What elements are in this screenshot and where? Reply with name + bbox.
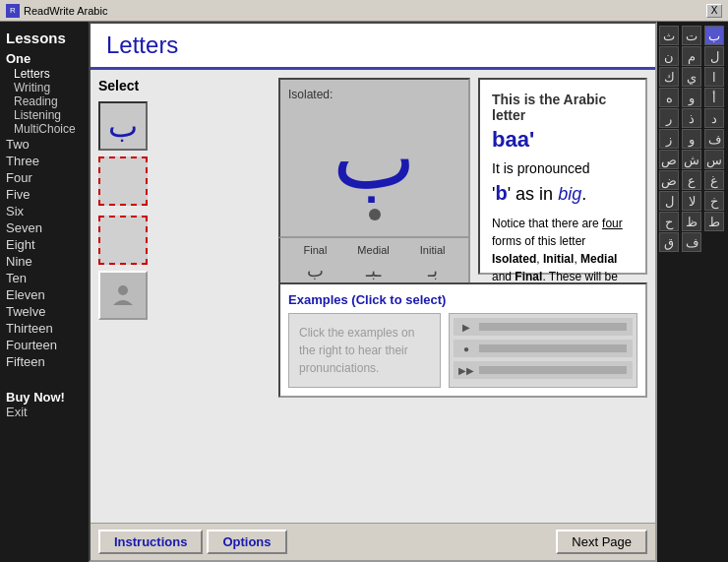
arabic-key-و[interactable]: و bbox=[682, 88, 701, 107]
arabic-key-ف[interactable]: ف bbox=[704, 129, 724, 149]
arabic-key-ح[interactable]: ح bbox=[659, 212, 679, 231]
dot-icon: ● bbox=[459, 342, 473, 355]
info-sound-letter: b bbox=[495, 182, 507, 204]
arabic-key-ن[interactable]: ن bbox=[659, 46, 679, 66]
arabic-key-أ[interactable]: أ bbox=[704, 88, 724, 107]
close-button[interactable]: X bbox=[706, 4, 722, 18]
next-page-button[interactable]: Next Page bbox=[556, 530, 647, 554]
sidebar-item-six[interactable]: Six bbox=[6, 203, 83, 219]
sidebar-title: Lessons bbox=[6, 30, 83, 46]
sidebar-item-fifteen[interactable]: Fifteen bbox=[6, 353, 83, 370]
sidebar-item-two[interactable]: Two bbox=[6, 136, 83, 153]
arabic-key-ب[interactable]: ب bbox=[704, 26, 724, 45]
arabic-key-ذ[interactable]: ذ bbox=[682, 108, 701, 128]
main-content: Letters Select ب bbox=[89, 22, 657, 562]
form-medial-label: Medial bbox=[357, 244, 389, 256]
examples-placeholder: Click the examples on the right to hear … bbox=[288, 313, 441, 388]
example-row-1[interactable]: ▶ bbox=[454, 318, 633, 336]
arabic-key-و2[interactable]: و bbox=[682, 129, 701, 149]
example-bar-1 bbox=[479, 323, 627, 331]
sidebar-item-four[interactable]: Four bbox=[6, 169, 83, 186]
sidebar-sub-writing[interactable]: Writing bbox=[6, 81, 83, 94]
sidebar-item-one[interactable]: One bbox=[6, 50, 83, 67]
isolated-letter: ب bbox=[333, 105, 416, 209]
arabic-key-د[interactable]: د bbox=[704, 108, 724, 128]
arabic-key-ض[interactable]: ض bbox=[659, 170, 679, 190]
info-sound: 'b' as in big. bbox=[492, 182, 634, 205]
sidebar-item-fourteen[interactable]: Fourteen bbox=[6, 337, 83, 353]
arabic-key-غ[interactable]: غ bbox=[704, 170, 724, 190]
arabic-key-ظ[interactable]: ظ bbox=[682, 212, 701, 231]
form-final-label: Final bbox=[304, 244, 328, 256]
sidebar-item-eleven[interactable]: Eleven bbox=[6, 286, 83, 303]
sidebar-sub-letters[interactable]: Letters bbox=[6, 67, 83, 81]
arabic-key-م[interactable]: م bbox=[682, 46, 701, 66]
arabic-key-ش[interactable]: ش bbox=[682, 150, 701, 169]
letter-buttons: ب bbox=[98, 101, 271, 320]
arabic-key-ف2[interactable]: ف bbox=[682, 232, 701, 252]
arabic-key-ه[interactable]: ه bbox=[659, 88, 679, 107]
example-row-2[interactable]: ● bbox=[454, 340, 633, 357]
arabic-key-ث[interactable]: ث bbox=[659, 26, 679, 45]
example-row-3[interactable]: ▶▶ bbox=[454, 361, 633, 379]
arabic-key-ت[interactable]: ت bbox=[682, 26, 701, 45]
letter-btn-3[interactable] bbox=[98, 216, 148, 265]
letter-btn-1[interactable]: ب bbox=[98, 101, 148, 151]
app-icon: R bbox=[6, 4, 20, 18]
buy-now-button[interactable]: Buy Now! bbox=[6, 390, 83, 405]
arabic-key-ص[interactable]: ص bbox=[659, 150, 679, 169]
arabic-key-ك[interactable]: ك bbox=[659, 67, 679, 87]
sidebar-item-thirteen[interactable]: Thirteen bbox=[6, 320, 83, 337]
arabic-key-ل2[interactable]: ل bbox=[659, 191, 679, 211]
info-box: This is the Arabic letter baa' It is pro… bbox=[478, 78, 647, 275]
title-bar-text: ReadWrite Arabic bbox=[24, 5, 107, 17]
arabic-key-لا[interactable]: لا bbox=[682, 191, 701, 211]
examples-title: Examples (Click to select) bbox=[288, 292, 637, 307]
arabic-key-ط2[interactable]: ط bbox=[704, 212, 724, 231]
sidebar-sub-listening[interactable]: Listening bbox=[6, 108, 83, 122]
sidebar-item-twelve[interactable]: Twelve bbox=[6, 303, 83, 320]
isolated-section: Isolated: ب Final ب bbox=[278, 78, 470, 275]
form-final[interactable]: Final ب bbox=[304, 244, 328, 281]
letter-btn-4[interactable] bbox=[98, 271, 148, 320]
sidebar: Lessons One Letters Writing Reading List… bbox=[0, 22, 89, 562]
letter-btn-2[interactable] bbox=[98, 156, 148, 206]
arabic-key-خ[interactable]: خ bbox=[704, 191, 724, 211]
sidebar-item-seven[interactable]: Seven bbox=[6, 219, 83, 236]
forward-icon: ▶▶ bbox=[459, 363, 473, 377]
examples-box: Examples (Click to select) Click the exa… bbox=[278, 282, 647, 398]
isolated-dot bbox=[369, 209, 381, 220]
form-final-letter: ب bbox=[307, 260, 324, 281]
sidebar-item-eight[interactable]: Eight bbox=[6, 236, 83, 253]
info-title: This is the Arabic letter bbox=[492, 92, 634, 123]
arabic-key-ق[interactable]: ق bbox=[659, 232, 679, 252]
sidebar-item-ten[interactable]: Ten bbox=[6, 270, 83, 286]
sidebar-sub-reading[interactable]: Reading bbox=[6, 94, 83, 108]
arabic-key-ر[interactable]: ر bbox=[659, 108, 679, 128]
content-header: Letters bbox=[91, 24, 655, 70]
select-panel: Select ب bbox=[98, 78, 271, 515]
form-initial[interactable]: Initial بـ bbox=[420, 244, 446, 281]
arabic-key-ل[interactable]: ل bbox=[704, 46, 724, 66]
sidebar-item-nine[interactable]: Nine bbox=[6, 253, 83, 270]
examples-list: ▶ ● ▶▶ bbox=[449, 313, 637, 388]
instructions-button[interactable]: Instructions bbox=[98, 530, 203, 554]
form-medial-letter: ـبـ bbox=[366, 260, 381, 281]
arabic-key-ي[interactable]: ي bbox=[682, 67, 701, 87]
sidebar-item-five[interactable]: Five bbox=[6, 186, 83, 203]
bottom-bar: Instructions Options Next Page bbox=[91, 523, 655, 560]
exit-button[interactable]: Exit bbox=[6, 405, 83, 419]
sidebar-item-three[interactable]: Three bbox=[6, 153, 83, 169]
main-display: Isolated: ب Final ب bbox=[278, 78, 647, 515]
info-letter-name: baa' bbox=[492, 127, 634, 153]
arabic-key-ع[interactable]: ع bbox=[682, 170, 701, 190]
example-bar-2 bbox=[479, 344, 627, 352]
form-medial[interactable]: Medial ـبـ bbox=[357, 244, 389, 281]
options-button[interactable]: Options bbox=[207, 530, 286, 554]
arabic-key-س[interactable]: س bbox=[704, 150, 724, 169]
title-bar: R ReadWrite Arabic X bbox=[0, 0, 728, 22]
arabic-key-ط1[interactable]: ا bbox=[704, 67, 724, 87]
sidebar-sub-multichoice[interactable]: MultiChoice bbox=[6, 122, 83, 136]
arabic-key-ز[interactable]: ز bbox=[659, 129, 679, 149]
select-label: Select bbox=[98, 78, 271, 94]
